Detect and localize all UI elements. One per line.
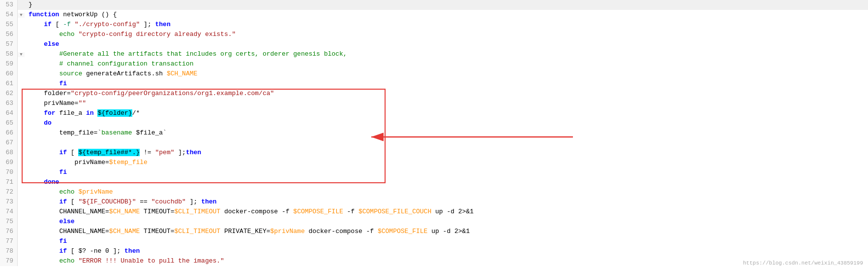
- table-row: 56 echo "crypto-config directory already…: [0, 30, 868, 39]
- line-number: 77: [0, 236, 18, 246]
- line-number: 70: [0, 167, 18, 177]
- line-content: fi: [25, 167, 67, 177]
- line-content: if [ "${IF_COUCHDB}" == "couchdb" ]; the…: [25, 197, 216, 207]
- line-number: 64: [0, 108, 18, 118]
- line-content: privName="": [25, 99, 86, 108]
- line-number: 61: [0, 79, 18, 89]
- table-row: 58▼ #Generate all the artifacts that inc…: [0, 49, 868, 59]
- line-content: CHANNEL_NAME=$CH_NAME TIMEOUT=$CLI_TIMEO…: [25, 227, 470, 236]
- table-row: 70 fi: [0, 167, 868, 177]
- line-number: 76: [0, 227, 18, 236]
- line-content: source generateArtifacts.sh $CH_NAME: [25, 69, 197, 79]
- url-hint: https://blog.csdn.net/weixin_43859199: [743, 260, 863, 266]
- line-number: 75: [0, 217, 18, 227]
- table-row: 65 do: [0, 118, 868, 128]
- table-row: 67: [0, 138, 868, 148]
- line-content: temp_file=`basename $file_a`: [25, 128, 167, 138]
- fold-icon[interactable]: ▼: [18, 13, 25, 18]
- line-number: 60: [0, 69, 18, 79]
- line-number: 62: [0, 89, 18, 99]
- line-number: 59: [0, 59, 18, 69]
- line-content: privName=$temp_file: [25, 158, 148, 167]
- table-row: 54▼function networkUp () {: [0, 10, 868, 20]
- line-content: else: [25, 39, 59, 49]
- table-row: 60 source generateArtifacts.sh $CH_NAME: [0, 69, 868, 79]
- line-content: folder="crypto-config/peerOrganizations/…: [25, 89, 274, 99]
- table-row: 77 fi: [0, 236, 868, 246]
- line-number: 79: [0, 256, 18, 266]
- table-row: 75 else: [0, 217, 868, 227]
- table-row: 68 if [ ${temp_file##*.} != "pem" ];then: [0, 148, 868, 158]
- line-number: 57: [0, 39, 18, 49]
- line-content: #Generate all the artifacts that include…: [25, 49, 347, 59]
- line-number: 71: [0, 177, 18, 187]
- table-row: 57 else: [0, 39, 868, 49]
- code-editor: 53}54▼function networkUp () {55 if [ -f …: [0, 0, 868, 267]
- line-content: fi: [25, 236, 67, 246]
- line-content: do: [25, 118, 52, 128]
- line-number: 73: [0, 197, 18, 207]
- line-content: else: [25, 217, 75, 227]
- line-number: 74: [0, 207, 18, 217]
- line-number: 65: [0, 118, 18, 128]
- line-content: if [ -f "./crypto-config" ]; then: [25, 20, 171, 30]
- table-row: 76 CHANNEL_NAME=$CH_NAME TIMEOUT=$CLI_TI…: [0, 227, 868, 236]
- line-number: 66: [0, 128, 18, 138]
- line-number: 78: [0, 246, 18, 256]
- table-row: 66 temp_file=`basename $file_a`: [0, 128, 868, 138]
- table-row: 53}: [0, 0, 868, 10]
- table-row: 55 if [ -f "./crypto-config" ]; then: [0, 20, 868, 30]
- line-content: if [ $? -ne 0 ]; then: [25, 246, 140, 256]
- line-content: fi: [25, 79, 67, 89]
- line-content: CHANNEL_NAME=$CH_NAME TIMEOUT=$CLI_TIMEO…: [25, 207, 474, 217]
- line-number: 58: [0, 49, 18, 59]
- table-row: 78 if [ $? -ne 0 ]; then: [0, 246, 868, 256]
- table-row: 59 # channel configuration transaction: [0, 59, 868, 69]
- line-content: }: [25, 0, 32, 10]
- line-number: 69: [0, 158, 18, 167]
- line-number: 63: [0, 99, 18, 108]
- line-number: 67: [0, 138, 18, 148]
- line-number: 54: [0, 10, 18, 20]
- line-content: function networkUp () {: [25, 10, 117, 20]
- line-content: # channel configuration transaction: [25, 59, 193, 69]
- line-content: echo $privName: [25, 187, 113, 197]
- table-row: 69 privName=$temp_file: [0, 158, 868, 167]
- table-row: 63 privName="": [0, 99, 868, 108]
- table-row: 74 CHANNEL_NAME=$CH_NAME TIMEOUT=$CLI_TI…: [0, 207, 868, 217]
- line-number: 56: [0, 30, 18, 39]
- line-number: 53: [0, 0, 18, 10]
- table-row: 61 fi: [0, 79, 868, 89]
- line-content: for file_a in ${folder}/*: [25, 108, 140, 118]
- line-number: 68: [0, 148, 18, 158]
- table-row: 79 echo "ERROR !!! Unable to pull the im…: [0, 256, 868, 266]
- table-row: 62 folder="crypto-config/peerOrganizatio…: [0, 89, 868, 99]
- line-number: 55: [0, 20, 18, 30]
- line-content: done: [25, 177, 59, 187]
- line-content: if [ ${temp_file##*.} != "pem" ];then: [25, 148, 201, 158]
- fold-icon[interactable]: ▼: [18, 52, 25, 57]
- line-content: echo "ERROR !!! Unable to pull the image…: [25, 256, 224, 266]
- line-number: 72: [0, 187, 18, 197]
- table-row: 71 done: [0, 177, 868, 187]
- table-row: 73 if [ "${IF_COUCHDB}" == "couchdb" ]; …: [0, 197, 868, 207]
- table-row: 64 for file_a in ${folder}/*: [0, 108, 868, 118]
- table-row: 72 echo $privName: [0, 187, 868, 197]
- line-content: echo "crypto-config directory already ex…: [25, 30, 236, 39]
